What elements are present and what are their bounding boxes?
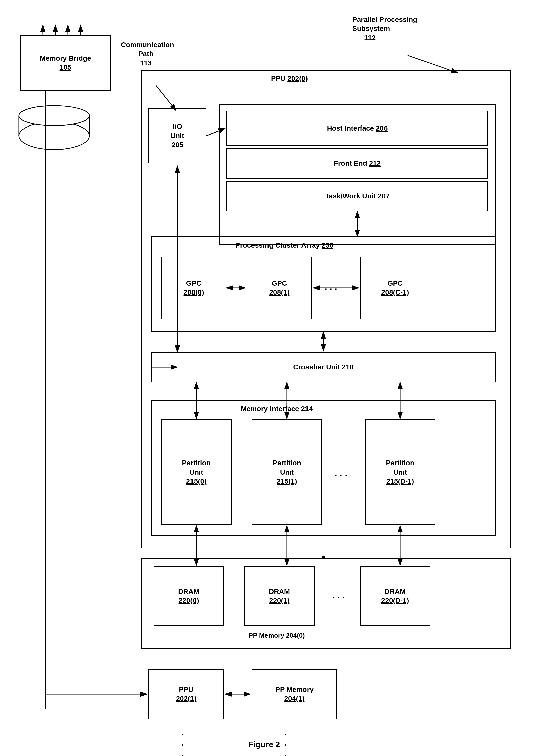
partition-unit-1-label: PartitionUnit215(1) xyxy=(272,459,301,486)
dram-d1-box: DRAM220(D-1) xyxy=(360,566,430,626)
dram-0-box: DRAM220(0) xyxy=(153,566,224,626)
gpc-1-label: GPC208(1) xyxy=(269,279,290,297)
memory-interface-label: Memory Interface 214 xyxy=(201,404,352,413)
partition-unit-d1-box: PartitionUnit215(D-1) xyxy=(365,420,435,525)
communication-path-label: CommunicationPath113 xyxy=(121,40,171,68)
host-interface-box: Host Interface 206 xyxy=(227,111,488,146)
ppu-202-1-box: PPU202(1) xyxy=(148,669,224,719)
dram-1-label: DRAM220(1) xyxy=(269,587,290,605)
pps-label: Parallel ProcessingSubsystem 112 xyxy=(352,15,473,43)
host-interface-label: Host Interface 206 xyxy=(327,124,388,133)
partition-unit-1-box: PartitionUnit215(1) xyxy=(252,420,322,525)
crossbar-unit-box: Crossbar Unit 210 xyxy=(151,352,496,382)
ppu-202-0-label: PPU 202(0) xyxy=(227,74,352,83)
dram-dots: . . . xyxy=(332,590,345,600)
gpc-dots: . . . xyxy=(325,282,337,292)
diagram: Memory Bridge105 CommunicationPath113 Pa… xyxy=(0,0,537,756)
gpc-c1-box: GPC208(C-1) xyxy=(360,256,430,320)
svg-point-4 xyxy=(19,122,89,150)
partition-unit-0-label: PartitionUnit215(0) xyxy=(182,459,211,486)
task-work-unit-label: Task/Work Unit 207 xyxy=(325,192,390,201)
crossbar-unit-label: Crossbar Unit 210 xyxy=(293,363,353,372)
svg-point-5 xyxy=(19,106,89,126)
memory-bridge-label: Memory Bridge105 xyxy=(40,54,91,72)
dram-0-label: DRAM220(0) xyxy=(178,587,199,605)
io-unit-box: I/OUnit205 xyxy=(148,108,206,164)
figure-label: Figure 2 xyxy=(214,739,314,750)
gpc-1-box: GPC208(1) xyxy=(247,256,312,320)
partition-unit-d1-label: PartitionUnit215(D-1) xyxy=(386,459,414,486)
gpc-0-box: GPC208(0) xyxy=(161,256,227,320)
pp-memory-204-0-label: PP Memory 204(0) xyxy=(201,631,352,640)
partition-dots: . . . xyxy=(335,468,347,478)
pp-memory-204-1-box: PP Memory204(1) xyxy=(252,669,337,719)
io-unit-label: I/OUnit205 xyxy=(171,122,184,149)
front-end-label: Front End 212 xyxy=(334,159,381,168)
memory-bridge-box: Memory Bridge105 xyxy=(20,35,111,91)
gpc-0-label: GPC208(0) xyxy=(184,279,204,297)
partition-unit-0-box: PartitionUnit215(0) xyxy=(161,420,231,525)
gpc-c1-label: GPC208(C-1) xyxy=(381,279,409,297)
task-work-unit-box: Task/Work Unit 207 xyxy=(227,181,488,211)
dram-1-box: DRAM220(1) xyxy=(244,566,314,626)
pca-label: Processing Cluster Array 230 xyxy=(184,241,385,250)
front-end-box: Front End 212 xyxy=(227,148,488,178)
pp-memory-204-1-label: PP Memory204(1) xyxy=(275,685,313,703)
ppu-202-1-label: PPU202(1) xyxy=(176,685,196,703)
dram-d1-label: DRAM220(D-1) xyxy=(381,587,409,605)
ppu-dots-1: ... xyxy=(181,727,184,756)
